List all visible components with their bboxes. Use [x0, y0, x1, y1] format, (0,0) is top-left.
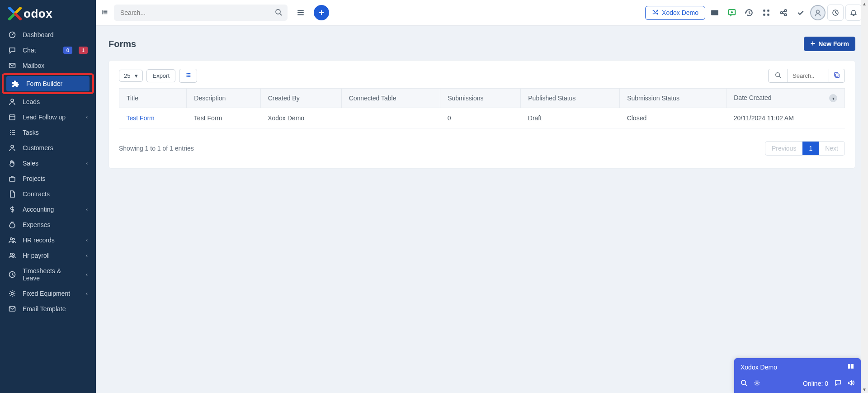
user-avatar[interactable] [810, 5, 826, 20]
sidebar-item-chat[interactable]: Chat 0 1 [0, 43, 96, 58]
history-icon[interactable] [741, 5, 757, 20]
chat-dock-title: Xodox Demo [741, 364, 847, 371]
chat-badge-one: 1 [79, 47, 88, 54]
page-content: Forms New Form 25 ▾ Export [96, 26, 868, 393]
sidebar-item-label: Sales [23, 160, 80, 167]
chat-dock[interactable]: Xodox Demo Online: 0 [734, 358, 861, 393]
col-published-status[interactable]: Published Status [521, 89, 620, 108]
export-button[interactable]: Export [146, 69, 175, 82]
expand-icon[interactable] [847, 363, 854, 371]
scroll-up-icon[interactable]: ▲ [861, 0, 868, 7]
volume-icon[interactable] [848, 379, 854, 388]
sidebar-item-dashboard[interactable]: Dashboard [0, 27, 96, 43]
sidebar: odox Dashboard Chat 0 1 Mailbox [0, 0, 96, 393]
search-icon[interactable] [769, 69, 788, 82]
sort-desc-icon[interactable]: ▾ [829, 94, 837, 102]
sidebar-item-lead-follow-up[interactable]: Lead Follow up ‹ [0, 109, 96, 125]
group-icon [8, 237, 16, 244]
search-icon[interactable] [275, 9, 282, 17]
copy-icon[interactable] [829, 69, 845, 83]
chevron-left-icon: ‹ [86, 271, 88, 278]
svg-point-8 [10, 253, 13, 256]
browser-scrollbar[interactable]: ▲ ▼ [861, 0, 868, 393]
pager-next[interactable]: Next [819, 142, 844, 155]
grid-apps-icon[interactable] [759, 5, 774, 20]
sidebar-item-accounting[interactable]: Accounting ‹ [0, 202, 96, 217]
scroll-down-icon[interactable]: ▼ [861, 386, 868, 393]
new-form-button[interactable]: New Form [804, 37, 855, 51]
sidebar-item-timesheets[interactable]: Timesheets & Leave ‹ [0, 263, 96, 286]
topbar: Xodox Demo [96, 0, 868, 26]
svg-point-13 [276, 9, 280, 14]
search-input[interactable] [119, 9, 275, 17]
sidebar-item-expenses[interactable]: Expenses [0, 217, 96, 232]
message-icon[interactable] [835, 379, 841, 388]
col-submission-status[interactable]: Submission Status [620, 89, 726, 108]
message-plus-icon[interactable] [724, 5, 740, 20]
cell-submission-status: Closed [620, 108, 726, 128]
add-button[interactable] [314, 5, 329, 20]
col-date-created[interactable]: Date Created ▾ [726, 89, 845, 108]
list-view-button[interactable] [179, 69, 197, 83]
check-icon[interactable] [793, 5, 808, 20]
clock-icon[interactable] [827, 5, 844, 21]
sidebar-item-hr-payroll[interactable]: Hr payroll ‹ [0, 248, 96, 263]
svg-point-4 [11, 145, 14, 148]
sidebar-item-contracts[interactable]: Contracts [0, 186, 96, 202]
table-search-input[interactable] [788, 70, 829, 82]
col-description[interactable]: Description [187, 89, 260, 108]
global-search[interactable] [114, 5, 288, 21]
share-icon[interactable] [776, 5, 791, 20]
sidebar-item-form-builder[interactable]: Form Builder [6, 76, 90, 91]
chevron-left-icon: ‹ [86, 160, 88, 166]
gear-icon[interactable] [754, 379, 760, 388]
brand-logo[interactable]: odox [0, 0, 96, 27]
svg-point-20 [780, 12, 783, 14]
col-title[interactable]: Title [119, 89, 187, 108]
dollar-icon [8, 206, 16, 213]
brand-name: odox [24, 7, 52, 21]
pager-page-1[interactable]: 1 [802, 142, 819, 155]
demo-user-button[interactable]: Xodox Demo [645, 6, 705, 20]
page-size-value: 25 [124, 72, 130, 79]
sidebar-item-hr-records[interactable]: HR records ‹ [0, 232, 96, 248]
chevron-left-icon: ‹ [86, 252, 88, 259]
svg-rect-5 [9, 177, 15, 181]
scroll-track[interactable] [861, 7, 868, 386]
id-card-icon[interactable] [707, 5, 722, 20]
col-submissions[interactable]: Submissions [440, 89, 521, 108]
sidebar-item-label: Dashboard [23, 31, 88, 38]
sidebar-item-email-template[interactable]: Email Template [0, 301, 96, 317]
sidebar-item-tasks[interactable]: Tasks [0, 125, 96, 140]
sidebar-item-fixed-equipment[interactable]: Fixed Equipment ‹ [0, 286, 96, 301]
demo-user-label: Xodox Demo [662, 9, 698, 16]
cell-title[interactable]: Test Form [119, 108, 187, 128]
main-area: Xodox Demo [96, 0, 868, 393]
nav-list: Dashboard Chat 0 1 Mailbox Form Builder [0, 27, 96, 317]
briefcase-icon [8, 175, 16, 182]
svg-rect-16 [763, 9, 765, 12]
sidebar-item-mailbox[interactable]: Mailbox [0, 58, 96, 73]
shuffle-icon [652, 9, 658, 17]
sidebar-collapse-icon[interactable] [102, 9, 108, 17]
sidebar-item-label: Contracts [23, 190, 88, 198]
cell-date-created: 20/11/2024 11:02 AM [726, 108, 845, 128]
page-size-select[interactable]: 25 ▾ [119, 70, 143, 82]
search-icon[interactable] [741, 379, 747, 388]
sidebar-item-label: HR records [23, 237, 80, 244]
logo-mark-icon [8, 7, 22, 20]
sidebar-item-leads[interactable]: Leads [0, 94, 96, 109]
sidebar-item-sales[interactable]: Sales ‹ [0, 156, 96, 171]
col-connected-table[interactable]: Connected Table [341, 89, 440, 108]
sidebar-item-projects[interactable]: Projects [0, 171, 96, 186]
sidebar-item-label: Fixed Equipment [23, 290, 80, 297]
pager-prev[interactable]: Previous [765, 142, 802, 155]
col-created-by[interactable]: Created By [260, 89, 341, 108]
sidebar-item-customers[interactable]: Customers [0, 140, 96, 156]
bell-icon[interactable] [845, 5, 862, 21]
svg-point-30 [741, 380, 745, 384]
clock-user-icon [8, 271, 16, 278]
hamburger-icon[interactable] [293, 5, 308, 20]
sidebar-item-label: Tasks [23, 129, 88, 136]
svg-point-25 [776, 73, 780, 77]
